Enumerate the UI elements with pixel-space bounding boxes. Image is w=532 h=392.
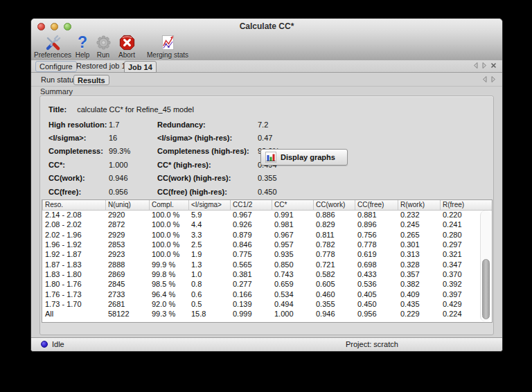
question-icon: ? <box>78 34 87 51</box>
table-cell: 100.0 % <box>149 211 188 219</box>
column-header[interactable]: N(uniq) <box>105 200 149 210</box>
table-cell: 0.381 <box>230 270 272 278</box>
summary-section-label[interactable]: Summary <box>40 87 73 96</box>
stat-label-5: CC(free): <box>48 188 109 196</box>
gear-icon <box>95 34 112 51</box>
desktop: Calculate CC* Preferences <box>0 0 532 392</box>
table-cell: 2.5 <box>188 240 230 249</box>
table-row[interactable]: 2.02 - 1.962929100.0 %3.30.8790.9670.811… <box>42 230 481 240</box>
table-cell: 2845 <box>105 280 149 288</box>
table-cell: 0.265 <box>398 231 440 239</box>
table-cell: 0.534 <box>272 290 313 299</box>
table-cell: 96.4 % <box>149 290 188 299</box>
table-cell: 0.846 <box>230 240 272 249</box>
tab-job-14[interactable]: Job 14 <box>124 61 157 73</box>
table-cell: 0.166 <box>230 290 272 299</box>
merging-stats-button[interactable]: Merging stats <box>139 34 196 60</box>
table-cell: 0.956 <box>355 310 398 318</box>
table-cell: 0.991 <box>272 211 313 219</box>
stat-value-1: 0.47 <box>258 134 299 142</box>
table-cell: 0.829 <box>313 220 355 229</box>
table-row[interactable]: 1.96 - 1.922853100.0 %2.50.8460.9570.782… <box>42 240 481 249</box>
table-cell: 1.83 - 1.80 <box>42 270 105 278</box>
stop-icon <box>118 34 136 51</box>
table-cell: 0.957 <box>272 240 313 249</box>
column-header[interactable]: CC(free) <box>355 200 398 210</box>
table-row[interactable]: 1.87 - 1.83288899.9 %1.30.5650.8500.7210… <box>42 259 481 269</box>
table-cell: 0.328 <box>398 260 440 269</box>
table-cell: 0.698 <box>355 260 398 269</box>
table-row[interactable]: 1.80 - 1.76284598.5 %0.80.2770.6590.6050… <box>42 279 481 289</box>
table-row[interactable]: 1.76 - 1.73273396.4 %0.60.1660.5340.4600… <box>42 289 481 299</box>
table-cell: 2923 <box>105 250 149 258</box>
stat-label-4: CC(work): <box>48 174 109 182</box>
stat-value-4: 0.946 <box>109 174 157 182</box>
column-header[interactable]: R(free) <box>440 200 481 210</box>
table-row[interactable]: 1.83 - 1.80286999.8 %1.00.3810.7430.5820… <box>42 269 481 279</box>
column-header[interactable]: Reso. <box>42 200 105 210</box>
column-header[interactable]: CC1/2 <box>230 200 272 210</box>
table-cell: 0.301 <box>398 240 440 249</box>
result-tab-bar: Run status Results <box>31 73 502 87</box>
help-button[interactable]: ? Help <box>73 34 92 60</box>
table-cell: 92.0 % <box>149 300 188 308</box>
table-row[interactable]: 2.14 - 2.082920100.0 %5.90.9670.9910.886… <box>42 210 481 220</box>
table-cell: 2872 <box>105 220 149 229</box>
table-cell: 0.565 <box>230 260 272 269</box>
run-button[interactable]: Run <box>92 34 114 60</box>
table-cell: 0.232 <box>398 211 440 219</box>
table-cell: 0.220 <box>440 211 481 219</box>
table-cell: 0.241 <box>440 220 481 229</box>
column-header[interactable]: CC(work) <box>313 200 355 210</box>
scroll-subtabs-left-icon[interactable] <box>481 75 488 83</box>
job-tab-bar: Configure Restored job 13 Job 14 <box>31 60 502 73</box>
table-cell: 0.879 <box>230 231 272 239</box>
table-row[interactable]: All5812299.3 %15.80.9991.0000.9460.9560.… <box>42 309 481 319</box>
column-header[interactable]: Compl. <box>149 200 188 210</box>
column-header[interactable]: <I/sigma> <box>188 200 230 210</box>
table-row[interactable]: 1.92 - 1.872923100.0 %1.90.7750.9350.778… <box>42 249 481 259</box>
table-cell: 2929 <box>105 231 149 239</box>
table-cell: 0.981 <box>272 220 313 229</box>
table-cell: 100.0 % <box>149 250 188 258</box>
abort-button[interactable]: Abort <box>114 34 139 60</box>
subtab-bar-controls <box>481 75 497 83</box>
table-cell: 0.347 <box>440 260 481 269</box>
table-cell: 0.782 <box>313 240 355 249</box>
table-cell: 1.3 <box>188 260 230 269</box>
scrollbar-thumb[interactable] <box>482 259 490 319</box>
display-graphs-button[interactable]: Display graphs <box>260 149 348 166</box>
window-title: Calculate CC* <box>31 21 502 31</box>
status-bar: Idle Project: scratch <box>31 337 502 351</box>
stat-label-2: Completeness (high-res): <box>157 147 258 155</box>
scroll-tabs-right-icon[interactable] <box>481 62 488 69</box>
table-cell: 5.9 <box>188 211 230 219</box>
results-table: Reso.N(uniq)Compl.<I/sigma>CC1/2CC*CC(wo… <box>42 199 493 323</box>
table-cell: 0.935 <box>272 250 313 258</box>
table-cell: 2869 <box>105 270 149 278</box>
stat-value-4: 0.355 <box>258 174 299 182</box>
table-cell: 2681 <box>105 300 149 308</box>
tab-results[interactable]: Results <box>73 75 109 85</box>
vertical-scrollbar[interactable] <box>480 211 491 321</box>
table-cell: 1.80 - 1.76 <box>42 280 105 288</box>
table-cell: 0.946 <box>313 310 355 318</box>
table-row[interactable]: 2.08 - 2.022872100.0 %4.40.9260.9810.829… <box>42 220 481 229</box>
table-row[interactable]: 1.73 - 1.70268192.0 %0.50.1390.4940.3550… <box>42 299 481 309</box>
status-indicator-icon <box>41 341 48 348</box>
app-window: Calculate CC* Preferences <box>30 18 503 352</box>
summary-panel: Title: calculate CC* for Refine_45 model… <box>39 96 494 335</box>
column-header[interactable]: CC* <box>272 200 313 210</box>
table-cell: 0.313 <box>398 250 440 258</box>
table-cell: 2733 <box>105 290 149 299</box>
table-cell: 0.494 <box>272 300 313 308</box>
close-tab-icon[interactable] <box>490 62 497 69</box>
scroll-subtabs-right-icon[interactable] <box>490 75 497 83</box>
scroll-tabs-left-icon[interactable] <box>472 62 479 69</box>
preferences-button[interactable]: Preferences <box>33 34 73 60</box>
tab-configure[interactable]: Configure <box>35 61 77 72</box>
table-cell: 0.756 <box>355 231 398 239</box>
column-header[interactable]: R(work) <box>398 200 440 210</box>
stat-value-5: 0.450 <box>258 188 299 196</box>
table-cell: 0.967 <box>272 231 313 239</box>
